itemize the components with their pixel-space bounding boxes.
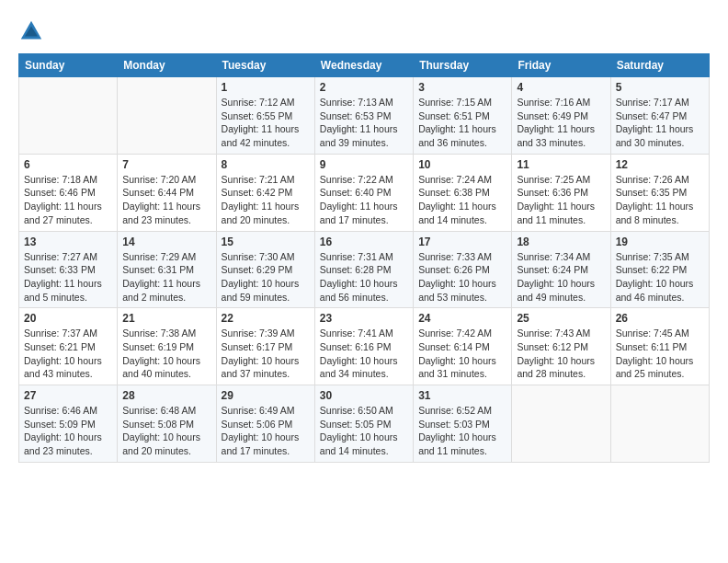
day-info: Sunrise: 7:27 AM Sunset: 6:33 PM Dayligh… <box>24 250 112 304</box>
calendar-cell: 19Sunrise: 7:35 AM Sunset: 6:22 PM Dayli… <box>610 231 709 308</box>
weekday-header: Saturday <box>610 54 709 77</box>
day-number: 29 <box>222 389 310 402</box>
calendar-week-row: 27Sunrise: 6:46 AM Sunset: 5:09 PM Dayli… <box>19 385 710 463</box>
weekday-header: Thursday <box>414 54 512 77</box>
day-info: Sunrise: 6:49 AM Sunset: 5:06 PM Dayligh… <box>222 404 310 458</box>
calendar-cell: 23Sunrise: 7:41 AM Sunset: 6:16 PM Dayli… <box>314 308 413 385</box>
day-number: 25 <box>517 312 605 325</box>
day-number: 9 <box>320 158 408 171</box>
calendar-week-row: 20Sunrise: 7:37 AM Sunset: 6:21 PM Dayli… <box>19 308 710 385</box>
day-info: Sunrise: 7:34 AM Sunset: 6:24 PM Dayligh… <box>517 250 605 304</box>
calendar-cell: 24Sunrise: 7:42 AM Sunset: 6:14 PM Dayli… <box>414 308 512 385</box>
day-number: 1 <box>222 81 310 94</box>
calendar-cell <box>19 77 118 155</box>
calendar-cell: 4Sunrise: 7:16 AM Sunset: 6:49 PM Daylig… <box>512 77 610 155</box>
calendar-cell: 9Sunrise: 7:22 AM Sunset: 6:40 PM Daylig… <box>314 154 413 231</box>
day-info: Sunrise: 7:21 AM Sunset: 6:42 PM Dayligh… <box>222 173 310 227</box>
calendar-cell: 22Sunrise: 7:39 AM Sunset: 6:17 PM Dayli… <box>216 308 314 385</box>
weekday-header-row: SundayMondayTuesdayWednesdayThursdayFrid… <box>19 54 710 77</box>
day-number: 26 <box>616 312 704 325</box>
day-number: 31 <box>418 389 506 402</box>
day-info: Sunrise: 6:48 AM Sunset: 5:08 PM Dayligh… <box>122 404 210 458</box>
calendar-cell: 28Sunrise: 6:48 AM Sunset: 5:08 PM Dayli… <box>118 385 216 463</box>
calendar-cell: 1Sunrise: 7:12 AM Sunset: 6:55 PM Daylig… <box>216 77 314 155</box>
day-number: 11 <box>517 158 605 171</box>
day-info: Sunrise: 7:31 AM Sunset: 6:28 PM Dayligh… <box>320 250 408 304</box>
calendar-cell <box>512 385 610 463</box>
day-number: 18 <box>517 236 605 248</box>
day-number: 19 <box>616 236 704 248</box>
day-number: 17 <box>418 236 506 248</box>
weekday-header: Monday <box>118 54 216 77</box>
calendar-cell: 29Sunrise: 6:49 AM Sunset: 5:06 PM Dayli… <box>216 385 314 463</box>
day-info: Sunrise: 7:20 AM Sunset: 6:44 PM Dayligh… <box>122 173 210 227</box>
day-number: 6 <box>24 158 112 171</box>
day-number: 8 <box>222 158 310 171</box>
logo <box>18 18 48 44</box>
day-info: Sunrise: 7:29 AM Sunset: 6:31 PM Dayligh… <box>122 250 210 304</box>
day-number: 24 <box>418 312 506 325</box>
day-info: Sunrise: 6:52 AM Sunset: 5:03 PM Dayligh… <box>418 404 506 458</box>
calendar-cell: 12Sunrise: 7:26 AM Sunset: 6:35 PM Dayli… <box>610 154 709 231</box>
day-info: Sunrise: 6:46 AM Sunset: 5:09 PM Dayligh… <box>24 404 112 458</box>
day-info: Sunrise: 7:39 AM Sunset: 6:17 PM Dayligh… <box>222 327 310 381</box>
day-info: Sunrise: 7:26 AM Sunset: 6:35 PM Dayligh… <box>616 173 704 227</box>
day-info: Sunrise: 7:37 AM Sunset: 6:21 PM Dayligh… <box>24 327 112 381</box>
calendar-table: SundayMondayTuesdayWednesdayThursdayFrid… <box>18 53 710 463</box>
calendar-cell: 16Sunrise: 7:31 AM Sunset: 6:28 PM Dayli… <box>314 231 413 308</box>
calendar-cell: 18Sunrise: 7:34 AM Sunset: 6:24 PM Dayli… <box>512 231 610 308</box>
calendar-cell: 5Sunrise: 7:17 AM Sunset: 6:47 PM Daylig… <box>610 77 709 155</box>
day-number: 12 <box>616 158 704 171</box>
day-number: 3 <box>418 81 506 94</box>
day-number: 15 <box>222 236 310 248</box>
day-info: Sunrise: 7:38 AM Sunset: 6:19 PM Dayligh… <box>122 327 210 381</box>
calendar-cell: 13Sunrise: 7:27 AM Sunset: 6:33 PM Dayli… <box>19 231 118 308</box>
weekday-header: Sunday <box>19 54 118 77</box>
calendar-cell: 10Sunrise: 7:24 AM Sunset: 6:38 PM Dayli… <box>414 154 512 231</box>
weekday-header: Friday <box>512 54 610 77</box>
day-number: 10 <box>418 158 506 171</box>
day-number: 2 <box>320 81 408 94</box>
calendar-cell: 31Sunrise: 6:52 AM Sunset: 5:03 PM Dayli… <box>414 385 512 463</box>
calendar-week-row: 13Sunrise: 7:27 AM Sunset: 6:33 PM Dayli… <box>19 231 710 308</box>
day-number: 28 <box>122 389 210 402</box>
calendar-cell: 25Sunrise: 7:43 AM Sunset: 6:12 PM Dayli… <box>512 308 610 385</box>
calendar-cell: 3Sunrise: 7:15 AM Sunset: 6:51 PM Daylig… <box>414 77 512 155</box>
day-number: 23 <box>320 312 408 325</box>
day-info: Sunrise: 7:41 AM Sunset: 6:16 PM Dayligh… <box>320 327 408 381</box>
calendar-cell: 27Sunrise: 6:46 AM Sunset: 5:09 PM Dayli… <box>19 385 118 463</box>
calendar-week-row: 6Sunrise: 7:18 AM Sunset: 6:46 PM Daylig… <box>19 154 710 231</box>
day-info: Sunrise: 7:30 AM Sunset: 6:29 PM Dayligh… <box>222 250 310 304</box>
calendar-cell: 21Sunrise: 7:38 AM Sunset: 6:19 PM Dayli… <box>118 308 216 385</box>
calendar-cell: 6Sunrise: 7:18 AM Sunset: 6:46 PM Daylig… <box>19 154 118 231</box>
calendar-cell: 11Sunrise: 7:25 AM Sunset: 6:36 PM Dayli… <box>512 154 610 231</box>
day-info: Sunrise: 6:50 AM Sunset: 5:05 PM Dayligh… <box>320 404 408 458</box>
day-info: Sunrise: 7:17 AM Sunset: 6:47 PM Dayligh… <box>616 96 704 150</box>
day-info: Sunrise: 7:35 AM Sunset: 6:22 PM Dayligh… <box>616 250 704 304</box>
calendar-cell: 2Sunrise: 7:13 AM Sunset: 6:53 PM Daylig… <box>314 77 413 155</box>
day-info: Sunrise: 7:12 AM Sunset: 6:55 PM Dayligh… <box>222 96 310 150</box>
calendar-cell: 17Sunrise: 7:33 AM Sunset: 6:26 PM Dayli… <box>414 231 512 308</box>
logo-icon <box>18 18 44 44</box>
day-info: Sunrise: 7:45 AM Sunset: 6:11 PM Dayligh… <box>616 327 704 381</box>
day-number: 4 <box>517 81 605 94</box>
weekday-header: Wednesday <box>314 54 413 77</box>
day-number: 21 <box>122 312 210 325</box>
day-info: Sunrise: 7:16 AM Sunset: 6:49 PM Dayligh… <box>517 96 605 150</box>
day-info: Sunrise: 7:18 AM Sunset: 6:46 PM Dayligh… <box>24 173 112 227</box>
day-info: Sunrise: 7:25 AM Sunset: 6:36 PM Dayligh… <box>517 173 605 227</box>
day-info: Sunrise: 7:42 AM Sunset: 6:14 PM Dayligh… <box>418 327 506 381</box>
day-number: 30 <box>320 389 408 402</box>
day-number: 13 <box>24 236 112 248</box>
day-number: 14 <box>122 236 210 248</box>
day-number: 5 <box>616 81 704 94</box>
calendar-cell: 26Sunrise: 7:45 AM Sunset: 6:11 PM Dayli… <box>610 308 709 385</box>
calendar-cell: 14Sunrise: 7:29 AM Sunset: 6:31 PM Dayli… <box>118 231 216 308</box>
day-number: 16 <box>320 236 408 248</box>
day-info: Sunrise: 7:15 AM Sunset: 6:51 PM Dayligh… <box>418 96 506 150</box>
day-info: Sunrise: 7:43 AM Sunset: 6:12 PM Dayligh… <box>517 327 605 381</box>
weekday-header: Tuesday <box>216 54 314 77</box>
calendar-cell: 8Sunrise: 7:21 AM Sunset: 6:42 PM Daylig… <box>216 154 314 231</box>
day-info: Sunrise: 7:22 AM Sunset: 6:40 PM Dayligh… <box>320 173 408 227</box>
day-number: 22 <box>222 312 310 325</box>
